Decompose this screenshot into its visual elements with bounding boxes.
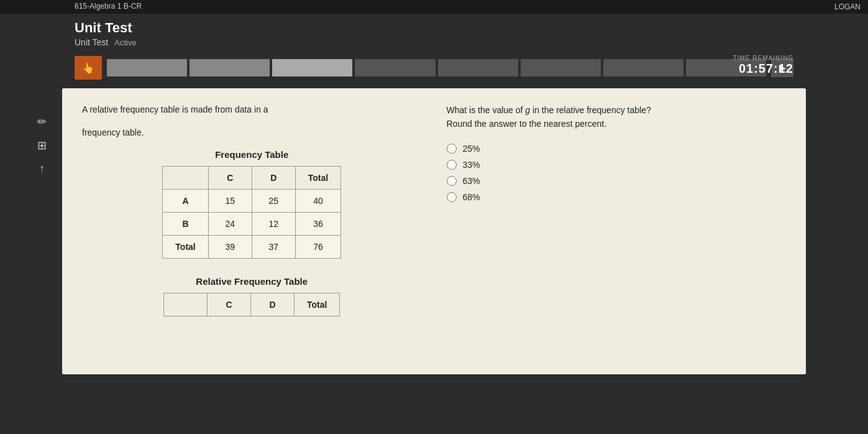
rel-header-empty xyxy=(164,293,208,316)
answer-option-4[interactable]: 68% xyxy=(447,192,787,202)
rel-header-c: C xyxy=(208,293,251,316)
relative-frequency-table: C D Total xyxy=(163,293,340,316)
freq-row-a-c: 15 xyxy=(208,190,252,213)
frequency-table-title: Frequency Table xyxy=(82,149,422,160)
right-question-text: What is the value of g in the relative f… xyxy=(447,103,787,131)
radio-68[interactable] xyxy=(447,192,457,202)
main-content: A relative frequency table is made from … xyxy=(62,88,806,374)
relative-frequency-table-title: Relative Frequency Table xyxy=(82,276,422,287)
radio-25[interactable] xyxy=(447,144,457,154)
rel-header-total: Total xyxy=(295,293,340,316)
progress-seg-6 xyxy=(521,59,601,76)
freq-row-b-d: 12 xyxy=(252,213,295,236)
freq-row-a: A 15 25 40 xyxy=(163,190,341,213)
header-subtitle: Unit Test Active xyxy=(75,37,793,47)
question-text-line2: frequency table. xyxy=(82,126,422,139)
answer-label-63: 63% xyxy=(463,176,480,186)
grid-icon[interactable]: ⊞ xyxy=(37,139,47,152)
progress-bar xyxy=(107,59,766,76)
answer-label-68: 68% xyxy=(463,192,480,202)
answer-option-3[interactable]: 63% xyxy=(447,176,787,186)
arrow-up-icon[interactable]: ↑ xyxy=(39,162,45,175)
answer-option-1[interactable]: 25% xyxy=(447,144,787,154)
rel-header-d: D xyxy=(251,293,295,316)
freq-row-b: B 24 12 36 xyxy=(163,213,341,236)
radio-33[interactable] xyxy=(447,160,457,170)
radio-63[interactable] xyxy=(447,176,457,186)
freq-header-d: D xyxy=(252,167,295,190)
answer-option-2[interactable]: 33% xyxy=(447,160,787,170)
progress-seg-3 xyxy=(272,59,352,76)
rel-table-header-row: C D Total xyxy=(164,293,340,316)
freq-header-empty xyxy=(163,167,208,190)
progress-seg-2 xyxy=(190,59,270,76)
status-badge: Active xyxy=(114,38,136,47)
progress-seg-1 xyxy=(107,59,187,76)
left-sidebar: ✏ ⊞ ↑ xyxy=(37,115,47,175)
freq-table-header-row: C D Total xyxy=(163,167,341,190)
freq-row-a-d: 25 xyxy=(252,190,295,213)
top-bar: 615-Algebra 1 B-CR LOGAN xyxy=(0,0,868,14)
freq-row-a-label: A xyxy=(163,190,208,213)
left-panel: A relative frequency table is made from … xyxy=(82,103,422,359)
user-name: LOGAN xyxy=(834,2,861,11)
question-text-line1: A relative frequency table is made from … xyxy=(82,103,422,116)
subtitle-label: Unit Test xyxy=(75,37,108,47)
answer-options: 25% 33% 63% 68% xyxy=(447,144,787,202)
progress-seg-7 xyxy=(603,59,683,76)
toolbar: 👆 ▶ TIME REMAINING 01:57:12 xyxy=(0,52,868,83)
freq-row-b-c: 24 xyxy=(208,213,252,236)
freq-row-b-label: B xyxy=(163,213,208,236)
answer-label-33: 33% xyxy=(463,160,480,170)
freq-row-total: Total 39 37 76 xyxy=(163,236,341,259)
freq-header-total: Total xyxy=(295,167,340,190)
freq-row-total-total: 76 xyxy=(295,236,340,259)
freq-row-b-total: 36 xyxy=(295,213,340,236)
progress-seg-4 xyxy=(355,59,435,76)
freq-row-total-label: Total xyxy=(163,236,208,259)
frequency-table: C D Total A 15 25 40 B 24 12 36 xyxy=(162,166,341,259)
freq-row-total-c: 39 xyxy=(208,236,252,259)
hand-icon: 👆 xyxy=(82,62,94,74)
freq-row-total-d: 37 xyxy=(252,236,295,259)
progress-seg-5 xyxy=(438,59,518,76)
freq-header-c: C xyxy=(208,167,252,190)
right-panel: What is the value of g in the relative f… xyxy=(447,103,787,359)
hand-button[interactable]: 👆 xyxy=(75,56,102,80)
pencil-icon[interactable]: ✏ xyxy=(37,115,47,129)
time-label: TIME REMAINING xyxy=(733,55,793,62)
course-title: 615-Algebra 1 B-CR xyxy=(75,2,142,11)
freq-row-a-total: 40 xyxy=(295,190,340,213)
page-title: Unit Test xyxy=(75,20,793,36)
answer-label-25: 25% xyxy=(463,144,480,154)
time-value: 01:57:12 xyxy=(733,62,793,76)
header: Unit Test Unit Test Active xyxy=(0,14,868,52)
time-remaining-container: TIME REMAINING 01:57:12 xyxy=(733,55,793,76)
